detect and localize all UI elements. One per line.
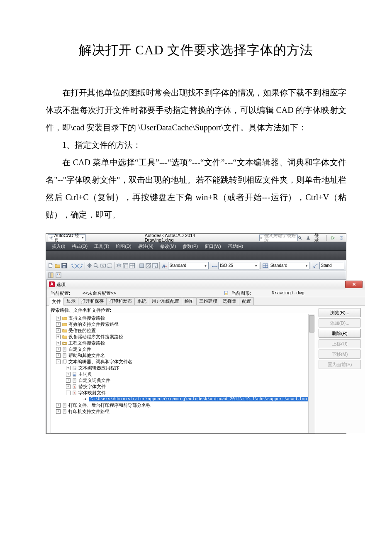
expand-icon[interactable]: + [56,322,61,327]
table-style-combo[interactable]: Standard▼ [269,262,309,269]
svg-line-8 [50,238,50,239]
tree-node-label: 文本编辑器应用程序 [78,366,119,370]
palette-icon[interactable] [48,272,54,279]
svg-point-0 [51,237,52,239]
expand-icon[interactable]: + [56,353,61,358]
magnifier-icon[interactable] [298,235,302,240]
expand-icon[interactable]: + [66,384,71,389]
user-icon[interactable] [306,235,310,240]
zoom-icon[interactable] [93,262,99,269]
tree-node[interactable]: +主词典 [51,371,308,377]
expand-icon[interactable]: + [66,366,71,370]
tree-node[interactable]: +打印机支持文件路径 [51,408,308,415]
menu-insert[interactable]: 插入(I) [49,244,68,249]
menu-bar: 插入(I) 格式(O) 工具(T) 绘图(D) 标注(N) 修改(M) 参数(P… [46,242,346,251]
movedown-button[interactable]: 下移(M) [319,350,361,359]
tree-scrollbar[interactable] [308,314,315,433]
tree-node[interactable]: +A替换字体文件 [51,384,308,390]
mleader-style-combo[interactable]: Stand [319,262,344,269]
zoom-extents-icon[interactable] [100,262,106,269]
expand-icon[interactable]: + [56,341,61,345]
expand-icon[interactable]: + [56,403,61,408]
tab-files[interactable]: 文件 [49,298,64,306]
tool-palette-icon[interactable] [55,272,62,279]
expand-icon[interactable]: + [56,409,61,414]
save-icon[interactable] [61,262,67,269]
remove-button[interactable]: 删除(R) [319,329,361,338]
menu-modify[interactable]: 修改(M) [157,244,180,249]
menu-format[interactable]: 格式(O) [68,244,91,249]
tree-node[interactable]: +设备驱动程序文件搜索路径 [51,334,308,340]
expand-icon[interactable]: + [66,378,71,383]
tree-node[interactable]: +打印文件、后台打印程序和前导部分名称 [51,402,308,408]
tab-system[interactable]: 系统 [134,297,149,305]
dim-style-icon[interactable] [212,262,218,269]
tab-select[interactable]: 选择集 [220,297,239,305]
open-icon[interactable] [54,262,61,269]
mleader-style-icon[interactable] [312,262,319,269]
menu-dim[interactable]: 标注(N) [135,244,157,249]
block-icon[interactable] [139,262,145,269]
close-button[interactable]: ✕ [345,281,363,288]
expand-icon[interactable]: + [56,347,61,352]
tree-node[interactable]: +自定义词典文件 [51,377,308,384]
redo-icon[interactable] [77,262,83,269]
tree-node[interactable]: +工程文件搜索路径 [51,340,308,346]
menu-window[interactable]: 窗口(W) [201,244,224,249]
setcurrent-button[interactable]: 置为当前(S) [319,360,361,369]
tree-node[interactable]: -A字体映射文件 [51,390,308,396]
help-icon[interactable]: ? [339,235,343,240]
expand-icon[interactable]: - [66,391,71,395]
expand-icon[interactable]: + [66,372,71,377]
properties-icon[interactable] [122,262,129,269]
expand-icon[interactable]: + [56,328,61,333]
tree-node[interactable]: +受信任的位置 [51,328,308,334]
pan-icon[interactable] [86,262,93,269]
hatch-icon[interactable] [145,262,151,269]
new-icon[interactable] [48,262,54,269]
selected-path[interactable]: C:\Users\Administrator\appdata\roaming\a… [89,397,308,401]
expand-icon[interactable]: + [56,335,61,339]
current-drawing-label: 当前图形: [231,291,251,296]
tab-3d[interactable]: 三维建模 [196,297,220,305]
tab-draft[interactable]: 绘图 [182,297,197,305]
workspace-dropdown[interactable]: AutoCAD 经典 ▼ [48,234,86,241]
undo-icon[interactable] [71,262,77,269]
login-label[interactable]: 登录 [314,233,322,242]
text-style-combo[interactable]: Standard▼ [168,262,209,269]
exchange-icon[interactable] [331,235,335,240]
menu-tools[interactable]: 工具(T) [91,244,112,249]
tree-node[interactable]: +文本编辑器应用程序 [51,365,308,371]
menu-draw[interactable]: 绘图(D) [112,244,134,249]
browse-button[interactable]: 浏览(B)... [319,308,361,317]
tree-node[interactable]: +有效的支持文件搜索路径 [51,321,308,328]
moveup-button[interactable]: 上移(U) [319,339,361,348]
expand-icon[interactable]: - [56,359,61,364]
svg-line-7 [52,236,52,237]
sheet-icon[interactable] [152,262,158,269]
add-button[interactable]: 添加(D)... [319,318,361,328]
layer-icon[interactable] [116,262,122,269]
svg-point-37 [314,266,315,268]
grid-icon[interactable] [129,262,135,269]
tree-node[interactable]: C:\Users\Administrator\appdata\roaming\a… [51,396,308,402]
tab-userpref[interactable]: 用户系统配置 [149,297,182,305]
zoom-window-icon[interactable] [107,262,113,269]
expand-icon[interactable]: + [56,316,61,320]
menu-param[interactable]: 参数(P) [179,244,201,249]
settings-tree[interactable]: +支持文件搜索路径+有效的支持文件搜索路径+受信任的位置+设备驱动程序文件搜索路… [51,314,308,433]
tree-node[interactable]: -文本编辑器、词典和字体文件名 [51,359,308,365]
tab-plot[interactable]: 打印和发布 [106,297,135,305]
tree-node[interactable]: +支持文件搜索路径 [51,315,308,321]
text-style-icon[interactable]: A [161,262,167,269]
workspace-label: AutoCAD 经典 [54,233,80,242]
tree-node[interactable]: +自定义文件 [51,346,308,352]
menu-help[interactable]: 帮助(H) [224,244,246,249]
tab-display[interactable]: 显示 [63,297,78,305]
tab-open[interactable]: 打开和保存 [78,297,107,305]
tree-node[interactable]: +帮助和其他文件名 [51,352,308,359]
tab-profiles[interactable]: 配置 [239,297,254,305]
dim-style-combo[interactable]: ISO-25▼ [218,262,259,269]
table-style-icon[interactable] [262,262,268,269]
search-input[interactable]: ▸ 键入关键字或短语 [259,235,298,241]
